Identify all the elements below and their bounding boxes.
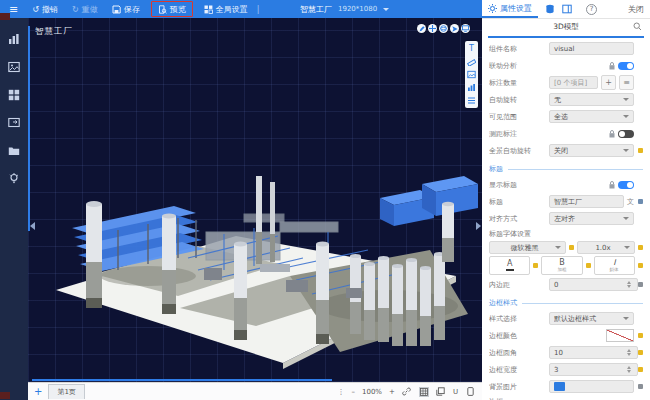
redo-button[interactable]: ↻重做: [65, 0, 105, 18]
visible-range-select[interactable]: 全选: [549, 110, 634, 123]
viewport-scene-label: 智慧工厂: [35, 26, 73, 38]
toolbar-divider: |: [255, 5, 262, 14]
row-font-family-size: 微软雅黑 1.0x: [489, 241, 643, 254]
binding-indicator[interactable]: [533, 263, 538, 268]
bg-image-input[interactable]: [549, 380, 634, 393]
magnet-icon[interactable]: U: [453, 388, 458, 396]
border-style-select[interactable]: 默认边框样式: [549, 312, 634, 325]
horizontal-scrollbar[interactable]: [32, 379, 332, 381]
font-color-button[interactable]: A: [489, 256, 530, 275]
italic-button[interactable]: I斜体: [594, 256, 635, 275]
scene-title: 智慧工厂: [300, 4, 332, 15]
stepper-icon[interactable]: [627, 349, 631, 356]
border-radius-input[interactable]: 10: [549, 346, 638, 359]
sidebar-item-files[interactable]: [8, 144, 21, 157]
orbit-tool-button[interactable]: [439, 24, 448, 33]
save-button[interactable]: 保存: [105, 0, 147, 18]
font-family-select[interactable]: 微软雅黑: [489, 241, 566, 254]
image-tool-button[interactable]: [467, 70, 476, 79]
distance-mark-toggle[interactable]: [618, 130, 634, 138]
binding-indicator[interactable]: [638, 384, 643, 389]
screen-tool-button[interactable]: [461, 24, 470, 33]
binding-indicator[interactable]: [638, 333, 643, 338]
padding-input[interactable]: 0: [549, 278, 638, 291]
more-options-icon[interactable]: ⋮: [337, 388, 344, 396]
tab-properties[interactable]: 属性设置: [482, 0, 538, 18]
sidebar-item-effects[interactable]: [8, 172, 21, 185]
sidebar-item-templates[interactable]: [8, 116, 21, 129]
border-width-input[interactable]: 3: [549, 363, 638, 376]
row-border-style: 样式选择 默认边框样式: [489, 311, 643, 326]
pano-rotate-select[interactable]: 关闭: [549, 144, 634, 157]
chevron-down-icon: [383, 8, 389, 11]
align-select[interactable]: 左对齐: [549, 212, 634, 225]
ruler-tool-button[interactable]: [467, 57, 476, 66]
component-name-input[interactable]: visual: [549, 42, 634, 55]
row-title-text: 标题 智慧工厂 文: [489, 194, 643, 209]
3d-factory-model[interactable]: [28, 18, 482, 382]
bold-button[interactable]: B加粗: [541, 256, 582, 275]
device-preview-icon[interactable]: [465, 387, 475, 397]
undo-button[interactable]: ↺撤销: [25, 0, 65, 18]
item-list-button[interactable]: ≡: [619, 75, 634, 90]
add-page-button[interactable]: +: [28, 386, 48, 397]
layers-icon[interactable]: [436, 387, 446, 397]
auto-rotate-select[interactable]: 无: [549, 93, 634, 106]
chart-tool-button[interactable]: [467, 83, 476, 92]
binding-indicator[interactable]: [638, 263, 643, 268]
text-tool-button[interactable]: T: [467, 44, 476, 53]
top-toolbar: ≡ ↺撤销 ↻重做 保存 预览 全局设置 | 智慧工厂 1920*1080: [0, 0, 482, 18]
stepper-icon[interactable]: [627, 281, 631, 288]
grid-view-icon[interactable]: [419, 387, 429, 397]
sidebar-item-gallery[interactable]: [8, 60, 21, 73]
binding-indicator[interactable]: [586, 263, 591, 268]
show-title-toggle[interactable]: [618, 181, 634, 189]
text-style-icon[interactable]: 文: [627, 197, 634, 207]
list-tool-button[interactable]: [467, 96, 476, 105]
help-icon[interactable]: ?: [586, 4, 597, 15]
row-pano-rotate: 全景自动旋转 关闭: [489, 143, 643, 158]
row-border-radius: 边框圆角 10: [489, 345, 643, 360]
border-color-swatch[interactable]: [606, 329, 634, 342]
viewport-canvas[interactable]: 智慧工厂 T: [28, 18, 482, 382]
row-distance-mark: 测距标注: [489, 126, 643, 141]
binding-indicator[interactable]: [638, 367, 643, 372]
vertical-scrollbar[interactable]: [28, 26, 30, 231]
close-panel-button[interactable]: 关闭: [628, 4, 644, 15]
zoom-in-button[interactable]: +: [389, 388, 395, 396]
collapse-right-arrow-icon[interactable]: [476, 222, 481, 230]
data-source-button[interactable]: [545, 4, 555, 14]
linkage-toggle[interactable]: [618, 62, 634, 70]
global-settings-button[interactable]: 全局设置: [197, 0, 255, 18]
binding-indicator[interactable]: [638, 148, 643, 153]
zoom-out-button[interactable]: –: [351, 388, 355, 396]
collapse-left-arrow-icon[interactable]: [30, 222, 35, 230]
pan-tool-button[interactable]: [428, 24, 437, 33]
component-type-title: 3D模型: [482, 18, 650, 36]
fly-tool-button[interactable]: [450, 24, 459, 33]
binding-indicator[interactable]: [638, 350, 643, 355]
font-size-select[interactable]: 1.0x: [577, 241, 635, 254]
marker-count-input[interactable]: [0 个项目]: [549, 76, 598, 89]
binding-indicator[interactable]: [638, 282, 643, 287]
add-item-button[interactable]: +: [601, 75, 616, 90]
stepper-icon[interactable]: [627, 366, 631, 373]
preview-button[interactable]: 预览: [151, 1, 193, 17]
binding-indicator[interactable]: [638, 245, 643, 250]
sidebar-item-components[interactable]: [8, 88, 21, 101]
row-component-name: 组件名称 visual: [489, 41, 643, 56]
title-input[interactable]: 智慧工厂: [549, 195, 624, 208]
row-marker-count: 标注数量 [0 个项目] + ≡: [489, 75, 643, 90]
link-icon[interactable]: [402, 387, 412, 397]
sidebar-item-charts[interactable]: [8, 32, 21, 45]
binding-indicator[interactable]: [569, 245, 574, 250]
edit-tool-button[interactable]: [417, 24, 426, 33]
chevron-down-icon: [623, 149, 629, 152]
bottom-bar: + 第1页 ⋮ – 100% + U: [28, 382, 482, 400]
lock-icon: [609, 130, 615, 138]
layout-panel-button[interactable]: [562, 4, 572, 14]
scene-title-group[interactable]: 智慧工厂 1920*1080: [300, 0, 389, 18]
binding-indicator[interactable]: [638, 199, 643, 204]
search-icon[interactable]: [633, 22, 642, 31]
page-tab[interactable]: 第1页: [48, 384, 84, 399]
